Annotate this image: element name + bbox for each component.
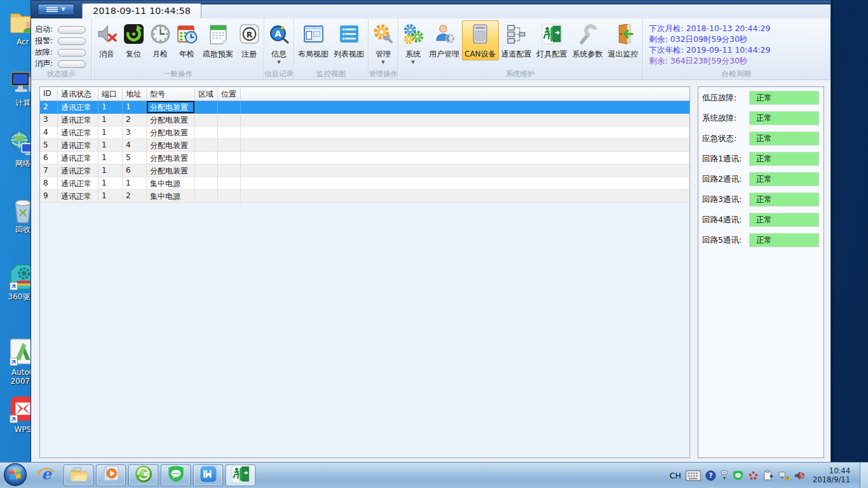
table-cell (195, 165, 218, 177)
column-header-地址[interactable]: 地址 (123, 87, 147, 100)
taskbar-media-player-button[interactable] (96, 464, 126, 486)
tray-network-warning-icon[interactable] (778, 470, 789, 481)
table-cell (218, 165, 241, 177)
status-value-badge: 正常 (749, 91, 819, 105)
manage-icon (373, 24, 394, 47)
ribbon-button-月检[interactable]: 月检 (147, 20, 173, 60)
table-row[interactable]: 7通讯正常16分配电装置 (40, 165, 689, 177)
taskbar-explorer-button[interactable] (64, 464, 93, 486)
ribbon-buttons: 系统▼用户管理CAN设备通道配置灯具配置系统参数退出监控 (400, 20, 641, 69)
taskbar-chat-button[interactable] (161, 464, 191, 486)
ribbon-button-灯具配置[interactable]: 灯具配置 (534, 20, 570, 60)
taskbar-ie-button[interactable]: e (31, 464, 61, 486)
status-indicator-row: 报警: (35, 36, 89, 46)
start-icon (3, 477, 27, 488)
ribbon-button-疏散预案[interactable]: 疏散预案 (200, 20, 236, 60)
column-header-区域[interactable]: 区域 (195, 87, 218, 100)
table-cell: 9 (40, 190, 58, 203)
tray-expander-icon[interactable] (721, 470, 728, 481)
taskbar-exit-app-button[interactable] (226, 464, 255, 486)
table-cell: 1 (98, 152, 123, 165)
clock-tab[interactable]: 2018-09-11 10:44:58 (82, 3, 201, 18)
ribbon-button-用户管理[interactable]: 用户管理 (426, 20, 462, 60)
ribbon-button-CAN设备[interactable]: CAN设备 (462, 20, 499, 60)
taskbar-wps-w-button[interactable] (193, 464, 223, 486)
status-item: 回路4通讯:正常 (702, 213, 819, 227)
ribbon-group-status: 启动:报警:故障:消声:状态提示 (31, 18, 92, 79)
status-value-badge: 正常 (749, 172, 819, 186)
ribbon-button-通道配置[interactable]: 通道配置 (499, 20, 534, 60)
mute-speaker-icon (97, 24, 118, 47)
column-header-ID[interactable]: ID (40, 87, 58, 100)
ribbon-button-年检[interactable]: 年检 (173, 20, 200, 60)
browser-360-icon (134, 464, 153, 486)
tray-chat-tray-icon[interactable] (733, 470, 743, 481)
table-cell: 6 (40, 152, 58, 165)
ribbon-button-label: 疏散预案 (203, 49, 233, 60)
user-manage-icon (434, 24, 455, 47)
ribbon-button-管理[interactable]: 管理▼ (370, 20, 397, 65)
status-indicator-lamp (58, 60, 86, 68)
system-tray: CH ? 10:44 2018/9/11 (670, 463, 868, 488)
status-indicator-lamp (58, 26, 86, 34)
tray-security-dots-icon[interactable] (748, 470, 759, 481)
table-row[interactable]: 9通讯正常12集中电源 (40, 190, 689, 203)
ribbon-button-label: 退出监控 (608, 49, 639, 60)
ribbon-button-label: 列表视图 (334, 49, 364, 60)
status-indicator-label: 故障: (35, 47, 58, 58)
tray-volume-muted-icon[interactable] (794, 470, 804, 481)
ribbon-group-4: 管理▼管理操作 (369, 18, 398, 79)
show-desktop-button[interactable] (860, 463, 868, 488)
ribbon-button-复位[interactable]: 复位 (120, 20, 147, 60)
column-header-filler (241, 87, 689, 100)
column-header-位置[interactable]: 位置 (218, 87, 241, 100)
table-cell (195, 114, 218, 126)
app-menu-button[interactable]: ▼ (37, 4, 74, 15)
ribbon-button-系统[interactable]: 系统▼ (400, 20, 426, 65)
table-row[interactable]: 5通讯正常14分配电装置 (40, 139, 689, 152)
svg-text:A: A (275, 29, 281, 39)
ribbon-button-label: 月检 (153, 49, 168, 60)
language-indicator[interactable]: CH (670, 471, 681, 480)
table-cell-filler (241, 126, 689, 139)
table-cell: 集中电源 (147, 177, 195, 190)
status-value-badge: 正常 (749, 132, 819, 146)
ribbon-button-注册[interactable]: R注册 (236, 20, 262, 60)
table-row[interactable]: 8通讯正常11集中电源 (40, 177, 689, 190)
table-row[interactable]: 3通讯正常12分配电装置 (40, 114, 689, 126)
column-header-型号[interactable]: 型号 (147, 87, 195, 100)
table-row[interactable]: 6通讯正常15分配电装置 (40, 152, 689, 165)
table-cell-filler (241, 190, 689, 203)
taskbar-browser-360-button[interactable] (128, 464, 158, 486)
start-button[interactable] (3, 463, 29, 488)
tray-help-icon[interactable]: ? (705, 470, 716, 481)
ribbon-button-消音[interactable]: 消音 (93, 20, 120, 60)
ribbon-button-信息[interactable]: A信息▼ (266, 20, 292, 65)
taskbar: e CH ? 10:44 2018/9/11 (0, 462, 868, 488)
column-header-端口[interactable]: 端口 (98, 87, 123, 100)
status-item: 系统故障:正常 (702, 111, 819, 125)
ribbon-button-布局视图[interactable]: 布局视图 (295, 20, 331, 60)
tray-clipboard-icon[interactable] (763, 470, 774, 481)
table-row[interactable]: 4通讯正常13分配电装置 (40, 126, 689, 139)
channel-config-icon (506, 24, 527, 47)
ribbon-buttons: 消音复位月检年检疏散预案R注册 (93, 20, 262, 69)
yearly-check-icon (177, 24, 198, 47)
tray-keyboard-icon[interactable] (686, 470, 701, 481)
table-cell (218, 139, 241, 152)
table-cell: 通讯正常 (58, 152, 98, 165)
status-value-badge: 正常 (749, 193, 819, 207)
system-icon (403, 24, 424, 47)
status-item-label: 回路2通讯: (702, 174, 749, 185)
ribbon-button-label: 系统参数 (573, 49, 603, 60)
table-row[interactable]: 2通讯正常11分配电装置 (40, 101, 689, 114)
ribbon-button-退出监控[interactable]: 退出监控 (606, 20, 641, 60)
ribbon-button-列表视图[interactable]: 列表视图 (331, 20, 367, 60)
table-cell: 通讯正常 (58, 165, 98, 177)
table-cell-filler (241, 152, 689, 165)
status-indicator-lamp (58, 37, 86, 45)
column-header-通讯状态[interactable]: 通讯状态 (58, 87, 98, 100)
clock[interactable]: 10:44 2018/9/11 (813, 466, 850, 484)
chevron-down-icon: ▼ (411, 60, 414, 65)
ribbon-button-系统参数[interactable]: 系统参数 (570, 20, 606, 60)
